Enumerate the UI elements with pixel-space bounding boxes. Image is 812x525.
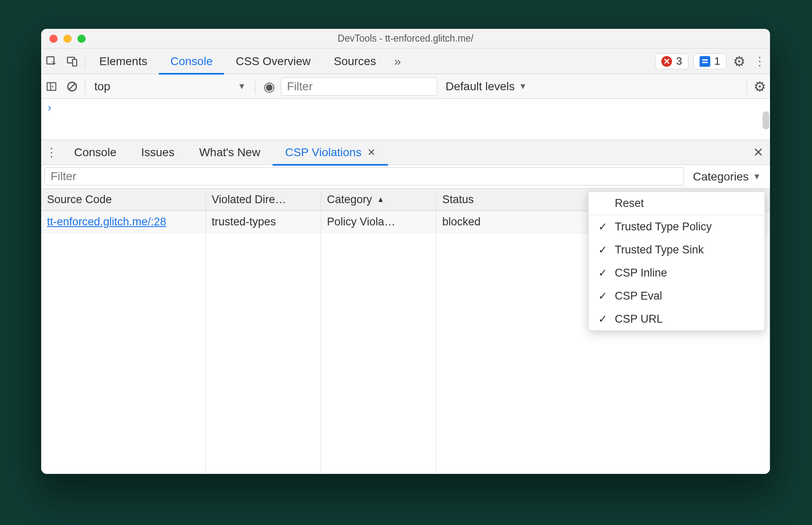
- log-levels-selector[interactable]: Default levels ▼: [437, 80, 535, 93]
- show-sidebar-icon[interactable]: [41, 74, 62, 99]
- error-icon: ✕: [661, 56, 672, 67]
- category-option-csp-eval[interactable]: ✓ CSP Eval: [588, 284, 765, 307]
- th-label: Status: [442, 193, 474, 206]
- drawer-tab-console[interactable]: Console: [62, 140, 129, 165]
- kebab-menu-icon[interactable]: ⋮: [749, 49, 770, 74]
- option-label: CSP Inline: [615, 267, 667, 279]
- separator: [85, 79, 85, 94]
- check-icon: ✓: [597, 220, 608, 233]
- option-label: Trusted Type Policy: [615, 220, 712, 233]
- svg-rect-2: [72, 59, 77, 66]
- window-title: DevTools - tt-enforced.glitch.me/: [41, 33, 770, 44]
- cell-source-link[interactable]: tt-enforced.glitch.me/:28: [41, 211, 205, 233]
- tab-label: What's New: [199, 146, 261, 159]
- dropdown-icon: ▼: [519, 82, 527, 91]
- categories-dropdown[interactable]: Categories ▼: [684, 165, 770, 188]
- context-selector[interactable]: top ▼: [88, 80, 252, 93]
- cell-category: Policy Viola…: [321, 211, 436, 233]
- cell-directive: trusted-types: [206, 211, 321, 233]
- inspect-element-icon[interactable]: [41, 49, 62, 74]
- separator: [747, 79, 747, 94]
- categories-popup: Reset ✓ Trusted Type Policy ✓ Trusted Ty…: [588, 191, 765, 331]
- message-count-badge[interactable]: 1: [693, 54, 726, 69]
- settings-icon[interactable]: ⚙: [729, 49, 749, 74]
- tab-label: Elements: [99, 55, 147, 68]
- tab-label: Console: [170, 55, 213, 68]
- message-count: 1: [714, 55, 720, 68]
- drawer-tab-issues[interactable]: Issues: [129, 140, 187, 165]
- levels-label: Default levels: [446, 80, 515, 93]
- main-tab-bar: Elements Console CSS Overview Sources » …: [41, 49, 770, 74]
- option-label: Trusted Type Sink: [615, 244, 704, 256]
- categories-reset[interactable]: Reset: [588, 192, 765, 215]
- close-tab-icon[interactable]: ✕: [367, 147, 376, 158]
- column-header-source[interactable]: Source Code: [41, 189, 205, 211]
- tab-css-overview[interactable]: CSS Overview: [224, 49, 322, 74]
- scrollbar-thumb[interactable]: [763, 111, 769, 129]
- console-filter-input[interactable]: Filter: [281, 77, 437, 96]
- context-value: top: [94, 80, 110, 93]
- option-label: CSP Eval: [615, 290, 662, 302]
- th-label: Category: [327, 193, 372, 206]
- prompt-caret-icon: ›: [48, 101, 51, 114]
- tab-label: Sources: [334, 55, 376, 68]
- column-header-directive[interactable]: Violated Dire…: [206, 189, 321, 211]
- close-drawer-icon[interactable]: ✕: [747, 145, 770, 159]
- tab-elements[interactable]: Elements: [88, 49, 159, 74]
- csp-violations-table: Source Code tt-enforced.glitch.me/:28 Vi…: [41, 189, 770, 474]
- live-expression-icon[interactable]: ◉: [258, 79, 281, 94]
- error-count: 3: [676, 55, 682, 68]
- drawer-kebab-icon[interactable]: ⋮: [41, 140, 62, 165]
- tab-label: Console: [74, 146, 117, 159]
- check-icon: ✓: [597, 267, 608, 279]
- toggle-device-toolbar-icon[interactable]: [62, 49, 82, 74]
- category-option-trusted-type-policy[interactable]: ✓ Trusted Type Policy: [588, 215, 765, 238]
- check-icon: ✓: [597, 313, 608, 326]
- categories-label: Categories: [693, 170, 749, 183]
- check-icon: ✓: [597, 290, 608, 302]
- option-label: CSP URL: [615, 313, 663, 326]
- more-tabs-icon[interactable]: »: [387, 54, 408, 68]
- category-option-trusted-type-sink[interactable]: ✓ Trusted Type Sink: [588, 238, 765, 261]
- drawer-tab-whats-new[interactable]: What's New: [187, 140, 273, 165]
- tab-sources[interactable]: Sources: [322, 49, 388, 74]
- console-toolbar: top ▼ ◉ Filter Default levels ▼ ⚙: [41, 74, 770, 99]
- column-header-category[interactable]: Category ▲: [321, 189, 436, 211]
- title-bar: DevTools - tt-enforced.glitch.me/: [41, 29, 770, 49]
- dropdown-icon: ▼: [753, 172, 761, 181]
- csp-filter-input[interactable]: Filter: [44, 167, 684, 185]
- svg-rect-3: [47, 82, 56, 90]
- th-label: Violated Dire…: [212, 193, 286, 206]
- sort-asc-icon: ▲: [377, 195, 385, 204]
- devtools-window: DevTools - tt-enforced.glitch.me/ Elemen…: [41, 29, 770, 474]
- th-label: Source Code: [47, 193, 112, 206]
- message-icon: [700, 56, 710, 67]
- separator: [255, 79, 255, 94]
- tab-label: CSP Violations: [285, 146, 362, 159]
- clear-console-icon[interactable]: [62, 74, 82, 99]
- csp-filter-bar: Filter Categories ▼: [41, 165, 770, 189]
- tab-console[interactable]: Console: [159, 49, 224, 74]
- separator: [85, 54, 85, 69]
- category-option-csp-inline[interactable]: ✓ CSP Inline: [588, 261, 765, 284]
- category-option-csp-url[interactable]: ✓ CSP URL: [588, 307, 765, 330]
- drawer-tab-csp-violations[interactable]: CSP Violations ✕: [273, 140, 388, 165]
- check-icon: ✓: [597, 244, 608, 256]
- console-settings-icon[interactable]: ⚙: [749, 74, 770, 99]
- error-count-badge[interactable]: ✕ 3: [655, 54, 688, 69]
- drawer-tab-bar: ⋮ Console Issues What's New CSP Violatio…: [41, 140, 770, 165]
- console-body[interactable]: ›: [41, 99, 770, 140]
- tab-label: Issues: [141, 146, 175, 159]
- reset-label: Reset: [615, 197, 644, 210]
- tab-label: CSS Overview: [236, 55, 310, 68]
- dropdown-icon: ▼: [238, 82, 246, 91]
